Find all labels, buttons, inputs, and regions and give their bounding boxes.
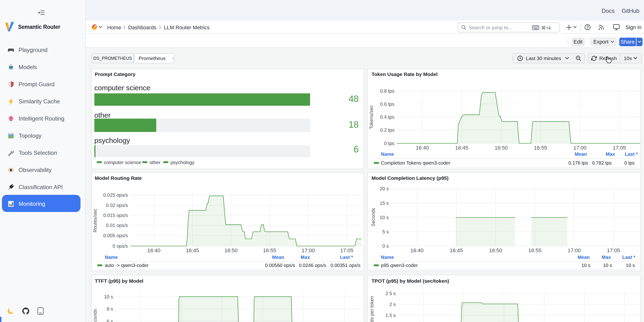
svg-text:Mean: Mean: [575, 152, 587, 157]
svg-text:Tokens/sec: Tokens/sec: [369, 105, 374, 129]
svg-text:Name: Name: [105, 254, 118, 260]
svg-text:10 s: 10 s: [380, 215, 389, 220]
svg-text:10 s: 10 s: [104, 294, 113, 299]
svg-text:2.5 s: 2.5 s: [385, 291, 396, 296]
svg-text:0.8 tps: 0.8 tps: [380, 88, 394, 94]
svg-text:0.02 ops/s: 0.02 ops/s: [106, 203, 128, 208]
svg-text:0 s: 0 s: [382, 244, 389, 249]
svg-text:16:40: 16:40: [416, 145, 429, 151]
svg-text:0.782 tps: 0.782 tps: [592, 160, 612, 166]
svg-text:Seconds: Seconds: [92, 309, 98, 322]
svg-text:0.4 tps: 0.4 tps: [380, 114, 394, 120]
svg-text:Seconds: Seconds: [370, 208, 376, 226]
svg-text:other: other: [150, 160, 160, 165]
svg-text:Seconds per token: Seconds per token: [369, 296, 374, 322]
svg-text:Max: Max: [602, 254, 611, 260]
svg-text:16:50: 16:50: [489, 248, 502, 254]
svg-text:2 s: 2 s: [390, 302, 396, 307]
svg-text:0.2 tps: 0.2 tps: [380, 128, 394, 133]
svg-text:0 tps: 0 tps: [624, 160, 634, 166]
svg-text:16:40: 16:40: [410, 248, 424, 254]
svg-text:6 s: 6 s: [107, 319, 113, 322]
svg-text:0.01 ops/s: 0.01 ops/s: [106, 223, 128, 228]
svg-text:0 tps: 0 tps: [384, 141, 394, 146]
svg-text:0.025 ops/s: 0.025 ops/s: [103, 192, 128, 198]
svg-text:17:05: 17:05: [340, 248, 353, 254]
svg-text:17:00: 17:00: [568, 248, 581, 254]
svg-text:computer science: computer science: [104, 160, 141, 165]
svg-text:Mean: Mean: [272, 254, 284, 260]
svg-text:0.015 ops/s: 0.015 ops/s: [103, 213, 128, 218]
svg-text:0.176 tps: 0.176 tps: [568, 160, 588, 166]
svg-text:16:50: 16:50: [224, 248, 238, 254]
svg-text:16:45: 16:45: [455, 145, 468, 151]
svg-text:Max: Max: [300, 254, 310, 260]
svg-text:Completion Tokens qwen3-coder: Completion Tokens qwen3-coder: [381, 160, 450, 166]
svg-text:auto -> qwen3-coder: auto -> qwen3-coder: [105, 263, 148, 268]
svg-text:Max: Max: [606, 152, 615, 157]
svg-text:Last *: Last *: [340, 254, 353, 260]
svg-text:0.6 tps: 0.6 tps: [380, 102, 394, 107]
svg-text:0.0246 ops/s: 0.0246 ops/s: [299, 263, 326, 268]
svg-text:Last *: Last *: [622, 254, 636, 260]
svg-text:0.00351 ops/s: 0.00351 ops/s: [330, 263, 360, 268]
svg-text:17:05: 17:05: [607, 248, 620, 254]
svg-text:8 s: 8 s: [107, 306, 113, 312]
svg-text:Name: Name: [381, 254, 394, 260]
svg-text:17:00: 17:00: [573, 145, 586, 151]
svg-text:10 s: 10 s: [603, 263, 612, 268]
svg-text:0 ops/s: 0 ops/s: [113, 244, 128, 249]
svg-text:psychology: psychology: [170, 160, 194, 165]
svg-text:16:50: 16:50: [495, 145, 508, 151]
svg-text:20 s: 20 s: [380, 186, 389, 191]
svg-text:1.5 s: 1.5 s: [385, 313, 396, 318]
svg-text:16:55: 16:55: [534, 145, 547, 151]
svg-text:p95 qwen3-coder: p95 qwen3-coder: [381, 263, 418, 268]
svg-text:0.005 ops/s: 0.005 ops/s: [103, 233, 128, 238]
svg-text:Routes/sec: Routes/sec: [92, 209, 98, 232]
svg-text:0.00560 ops/s: 0.00560 ops/s: [265, 263, 295, 268]
svg-text:16:45: 16:45: [186, 248, 199, 254]
svg-text:15 s: 15 s: [380, 200, 389, 206]
svg-text:Name: Name: [381, 152, 394, 157]
svg-text:5 s: 5 s: [382, 229, 389, 234]
svg-text:17:00: 17:00: [302, 248, 314, 254]
svg-text:17:05: 17:05: [613, 145, 626, 151]
svg-text:16:45: 16:45: [450, 248, 463, 254]
svg-text:Last *: Last *: [625, 152, 638, 157]
svg-text:Mean: Mean: [578, 254, 590, 260]
svg-text:10 s: 10 s: [581, 263, 590, 268]
svg-text:10 s: 10 s: [626, 263, 635, 268]
svg-text:16:55: 16:55: [263, 248, 276, 254]
svg-text:16:40: 16:40: [147, 248, 160, 254]
svg-text:16:55: 16:55: [528, 248, 541, 254]
